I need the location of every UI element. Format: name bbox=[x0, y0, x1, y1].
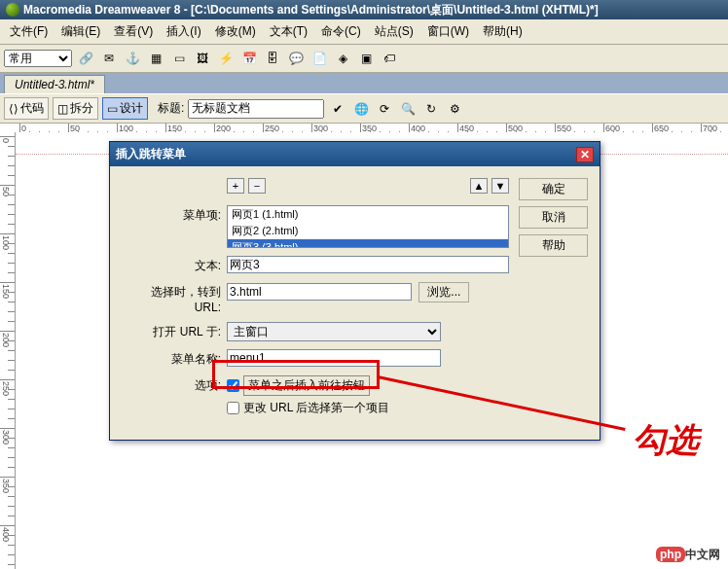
split-icon: ◫ bbox=[57, 102, 68, 116]
validate-icon[interactable]: ✔ bbox=[328, 99, 347, 119]
move-up-button[interactable]: ▲ bbox=[470, 178, 488, 194]
dialog-titlebar: 插入跳转菜单 ✕ bbox=[110, 142, 600, 166]
menu-items-listbox[interactable]: 网页1 (1.html) 网页2 (2.html) 网页3 (3.html) bbox=[227, 205, 509, 248]
server-icon[interactable]: 🗄 bbox=[263, 49, 282, 68]
design-icon: ▭ bbox=[107, 102, 118, 116]
option-go-button-label: 菜单之后插入前往按钮 bbox=[243, 375, 370, 396]
app-logo-icon bbox=[6, 3, 19, 17]
code-icon: ⟨⟩ bbox=[9, 102, 18, 116]
vertical-ruler: 050100150200250300350400450 bbox=[0, 132, 16, 569]
template-icon[interactable]: ▣ bbox=[356, 49, 376, 68]
window-titlebar: Macromedia Dreamweaver 8 - [C:\Documents… bbox=[0, 0, 728, 19]
menu-items-label: 菜单项: bbox=[122, 205, 227, 224]
watermark: php中文网 bbox=[656, 547, 720, 563]
menu-name-label: 菜单名称: bbox=[122, 349, 227, 368]
url-input[interactable] bbox=[227, 283, 412, 301]
remove-item-button[interactable]: − bbox=[248, 178, 266, 194]
email-icon[interactable]: ✉ bbox=[99, 49, 119, 68]
menu-site[interactable]: 站点(S) bbox=[369, 21, 419, 42]
open-in-label: 打开 URL 于: bbox=[122, 322, 227, 340]
design-view-button[interactable]: ▭ 设计 bbox=[102, 97, 148, 120]
insert-go-button-checkbox[interactable] bbox=[227, 379, 239, 392]
open-in-select[interactable]: 主窗口 bbox=[227, 322, 441, 341]
dialog-title: 插入跳转菜单 bbox=[116, 146, 186, 162]
view-toolbar: ⟨⟩ 代码 ◫ 拆分 ▭ 设计 标题: ✔ 🌐 ⟳ 🔍 ↻ ⚙ bbox=[0, 93, 728, 124]
text-label: 文本: bbox=[122, 256, 227, 274]
table-icon[interactable]: ▦ bbox=[146, 49, 165, 68]
refresh-icon[interactable]: ↻ bbox=[421, 99, 441, 119]
url-label: 选择时，转到 URL: bbox=[122, 282, 227, 314]
move-down-button[interactable]: ▼ bbox=[491, 178, 509, 194]
document-tab-bar: Untitled-3.html* bbox=[0, 73, 728, 93]
browser-check-icon[interactable]: 🌐 bbox=[351, 99, 371, 119]
dialog-close-button[interactable]: ✕ bbox=[576, 147, 594, 162]
cancel-button[interactable]: 取消 bbox=[519, 206, 588, 229]
menu-bar: 文件(F) 编辑(E) 查看(V) 插入(I) 修改(M) 文本(T) 命令(C… bbox=[0, 19, 728, 45]
menu-edit[interactable]: 编辑(E) bbox=[55, 21, 106, 42]
file-mgmt-icon[interactable]: ⟳ bbox=[375, 99, 394, 119]
browse-button[interactable]: 浏览... bbox=[419, 282, 469, 302]
menu-commands[interactable]: 命令(C) bbox=[315, 21, 367, 42]
document-tab[interactable]: Untitled-3.html* bbox=[4, 75, 105, 93]
layout-icon[interactable]: ▭ bbox=[169, 49, 189, 68]
script-icon[interactable]: ◈ bbox=[333, 49, 352, 68]
menu-modify[interactable]: 修改(M) bbox=[209, 21, 262, 42]
media-icon[interactable]: ⚡ bbox=[216, 49, 236, 68]
options-label: 选项: bbox=[122, 375, 227, 394]
view-options-icon[interactable]: ⚙ bbox=[445, 99, 464, 119]
window-title: Macromedia Dreamweaver 8 - [C:\Documents… bbox=[23, 2, 599, 18]
tag-icon[interactable]: 🏷 bbox=[380, 49, 399, 68]
menu-file[interactable]: 文件(F) bbox=[4, 21, 54, 42]
insert-jump-menu-dialog: 插入跳转菜单 ✕ + − ▲ ▼ bbox=[109, 141, 601, 441]
date-icon[interactable]: 📅 bbox=[239, 49, 259, 68]
split-view-button[interactable]: ◫ 拆分 bbox=[53, 97, 98, 120]
menu-insert[interactable]: 插入(I) bbox=[161, 21, 206, 42]
hyperlink-icon[interactable]: 🔗 bbox=[76, 49, 95, 68]
comment-icon[interactable]: 💬 bbox=[286, 49, 306, 68]
preview-icon[interactable]: 🔍 bbox=[398, 99, 418, 119]
option-select-first-label: 更改 URL 后选择第一个项目 bbox=[243, 400, 389, 416]
menu-help[interactable]: 帮助(H) bbox=[477, 21, 528, 42]
menu-name-input[interactable] bbox=[227, 349, 441, 367]
title-label: 标题: bbox=[158, 100, 184, 117]
list-item[interactable]: 网页2 (2.html) bbox=[228, 223, 508, 239]
add-item-button[interactable]: + bbox=[227, 178, 244, 194]
help-button[interactable]: 帮助 bbox=[519, 234, 588, 257]
image-icon[interactable]: 🖼 bbox=[193, 49, 212, 68]
insert-toolbar: 常用 🔗 ✉ ⚓ ▦ ▭ 🖼 ⚡ 📅 🗄 💬 📄 ◈ ▣ 🏷 bbox=[0, 45, 728, 73]
ok-button[interactable]: 确定 bbox=[519, 178, 588, 200]
anchor-icon[interactable]: ⚓ bbox=[123, 49, 142, 68]
list-item[interactable]: 网页1 (1.html) bbox=[228, 206, 508, 223]
menu-view[interactable]: 查看(V) bbox=[108, 21, 159, 42]
list-item[interactable]: 网页3 (3.html) bbox=[228, 239, 508, 248]
select-first-item-checkbox[interactable] bbox=[227, 402, 239, 414]
insert-category-select[interactable]: 常用 bbox=[4, 50, 72, 67]
code-view-button[interactable]: ⟨⟩ 代码 bbox=[4, 97, 49, 120]
annotation-text: 勾选 bbox=[633, 418, 699, 463]
menu-window[interactable]: 窗口(W) bbox=[421, 21, 475, 42]
page-title-input[interactable] bbox=[188, 99, 324, 119]
head-icon[interactable]: 📄 bbox=[309, 49, 329, 68]
text-input[interactable] bbox=[227, 256, 509, 273]
menu-text[interactable]: 文本(T) bbox=[264, 21, 313, 42]
